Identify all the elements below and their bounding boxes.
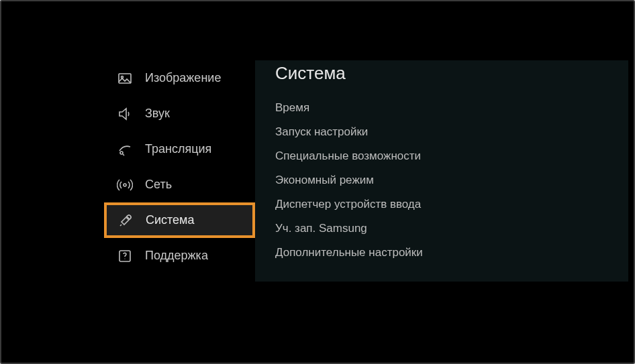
sidebar-item-label: Система	[146, 213, 195, 227]
content-item-accessibility[interactable]: Специальные возможности	[275, 144, 628, 168]
tools-icon	[117, 213, 134, 229]
sidebar-item-label: Изображение	[145, 71, 221, 85]
content-item-time[interactable]: Время	[275, 96, 628, 120]
tv-frame: Изображение Звук Трансляция Сеть	[0, 0, 635, 364]
image-icon	[117, 70, 133, 86]
support-icon	[117, 248, 133, 264]
sidebar-item-label: Звук	[145, 107, 170, 121]
speaker-icon	[117, 106, 133, 122]
content-item-advanced[interactable]: Дополнительные настройки	[275, 241, 628, 265]
satellite-icon	[117, 141, 133, 158]
content-item-device-manager[interactable]: Диспетчер устройств ввода	[275, 192, 628, 217]
svg-point-2	[120, 151, 123, 154]
svg-point-3	[124, 184, 126, 186]
content-item-setup[interactable]: Запуск настройки	[275, 120, 628, 144]
sidebar-item-network[interactable]: Сеть	[104, 167, 255, 202]
sidebar-item-support[interactable]: Поддержка	[104, 238, 255, 274]
settings-content-panel: Система Время Запуск настройки Специальн…	[255, 60, 628, 282]
sidebar-item-label: Трансляция	[145, 142, 211, 156]
antenna-icon	[117, 177, 133, 193]
content-item-samsung-account[interactable]: Уч. зап. Samsung	[275, 217, 628, 241]
content-item-eco[interactable]: Экономный режим	[275, 168, 628, 192]
settings-sidebar: Изображение Звук Трансляция Сеть	[104, 60, 255, 274]
sidebar-item-label: Поддержка	[145, 249, 208, 263]
sidebar-item-picture[interactable]: Изображение	[104, 60, 255, 96]
sidebar-item-label: Сеть	[145, 178, 172, 192]
sidebar-item-system[interactable]: Система	[104, 202, 255, 238]
tv-screen: Изображение Звук Трансляция Сеть	[7, 7, 628, 357]
svg-point-6	[124, 258, 125, 259]
sidebar-item-broadcast[interactable]: Трансляция	[104, 131, 255, 167]
content-title: Система	[275, 63, 628, 84]
sidebar-item-sound[interactable]: Звук	[104, 96, 255, 131]
